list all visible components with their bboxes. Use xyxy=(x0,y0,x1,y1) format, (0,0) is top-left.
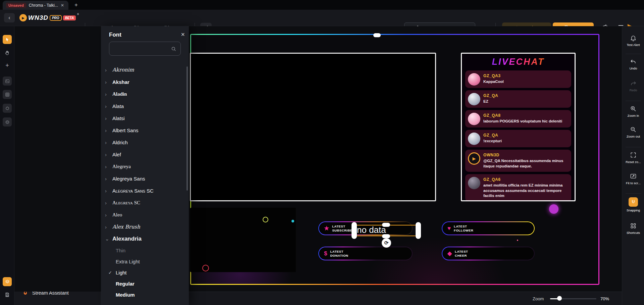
font-list-item[interactable]: › Alex Brush xyxy=(101,221,187,233)
zoom-in-label: Zoom in xyxy=(628,114,639,117)
pill-icon: $ xyxy=(324,250,327,257)
sidebar-divider xyxy=(626,54,641,54)
chevron-icon[interactable]: › xyxy=(105,224,112,230)
font-list-item[interactable]: › Alegreya Sans xyxy=(101,172,187,185)
reset-zoom-button[interactable]: Reset zo... xyxy=(622,152,644,164)
weight-label: Extra Light xyxy=(116,259,140,264)
add-element-button[interactable]: + xyxy=(3,61,12,70)
font-list-item[interactable]: › Alegreya Sans SC xyxy=(101,185,187,197)
pill-icon: ♥ xyxy=(447,225,451,232)
font-list-item[interactable]: › Albert Sans xyxy=(101,124,187,136)
chat-text: amet mollitia officia rem EZ minima mini… xyxy=(483,183,568,199)
asset-thumbnail-4[interactable] xyxy=(3,117,12,126)
chevron-icon[interactable]: › xyxy=(105,115,112,121)
asset-thumbnail-2[interactable] xyxy=(3,90,12,99)
font-list-item[interactable]: › Alatsi xyxy=(101,112,187,124)
test-alert-button[interactable]: Test Alert xyxy=(622,35,644,47)
font-list-item[interactable]: › Alata xyxy=(101,100,187,112)
pill-line2: CHEER xyxy=(455,254,468,257)
pan-tool-button[interactable] xyxy=(3,48,12,57)
font-list-scrollbar[interactable] xyxy=(186,66,188,191)
font-list-item[interactable]: › Aladin xyxy=(101,88,187,100)
font-list-item[interactable]: › Alegreya xyxy=(101,160,187,172)
asset-thumbnail-1[interactable] xyxy=(3,77,12,86)
tab-close-icon[interactable]: ✕ xyxy=(61,3,64,8)
chevron-icon[interactable]: › xyxy=(105,200,112,206)
new-tab-button[interactable]: + xyxy=(72,1,80,9)
font-name: Alex Brush xyxy=(112,224,140,230)
chevron-icon[interactable]: › xyxy=(105,152,112,157)
rotate-handle[interactable]: ⟳ xyxy=(382,238,391,248)
chevron-icon[interactable]: › xyxy=(105,212,112,218)
select-tool-button[interactable] xyxy=(3,35,12,44)
font-weight-item[interactable]: Extra Light xyxy=(101,256,187,267)
chat-avatar xyxy=(468,73,480,86)
canvas-bottom-bar: Zoom 70% xyxy=(189,292,622,305)
chat-text: EZ xyxy=(483,99,568,104)
chat-text: @GZ_QA Necessitatibus assumenda minus it… xyxy=(483,158,568,169)
font-list-item[interactable]: › Akronim xyxy=(101,64,187,76)
chevron-icon[interactable]: › xyxy=(105,188,112,194)
font-list-item[interactable]: › Alegreya SC xyxy=(101,197,187,209)
label-pill[interactable]: ◆ LATEST CHEER xyxy=(442,247,535,260)
app-header: ‹ ▶ WN3D PRO BETA ® Scene: Chroma - Talk… xyxy=(0,10,644,26)
livechat-widget[interactable]: LIVECHAT GZ_QA3 KappaCool GZ_QA EZ GZ_QA… xyxy=(461,53,576,201)
zoom-in-button[interactable]: Zoom in xyxy=(622,105,644,117)
chevron-icon[interactable]: › xyxy=(105,176,112,182)
zoom-out-button[interactable]: Zoom out xyxy=(622,126,644,138)
chevron-icon[interactable]: › xyxy=(105,128,112,133)
font-list-item[interactable]: › Alef xyxy=(101,148,187,160)
shortcuts-label: Shortcuts xyxy=(627,231,640,235)
font-list-item[interactable]: › Aleo xyxy=(101,209,187,221)
label-pill[interactable]: $ LATEST DONATION xyxy=(318,247,413,260)
tab-chroma[interactable]: Unsaved Chroma - Talki... ✕ xyxy=(3,1,68,10)
chat-message: GZ_QA6 amet mollitia officia rem EZ mini… xyxy=(465,174,571,201)
overlay-top-handle[interactable] xyxy=(373,33,381,37)
reset-zoom-label: Reset zo... xyxy=(626,160,641,164)
font-name: Akshar xyxy=(112,79,129,85)
font-weight-item[interactable]: Medium xyxy=(101,289,187,300)
font-list-item[interactable]: ⌄ Alexandria xyxy=(101,233,187,245)
save-layout-button[interactable] xyxy=(3,290,12,299)
asset-thumbnail-3[interactable] xyxy=(3,104,12,113)
chevron-icon[interactable]: › xyxy=(105,67,112,73)
font-search-box[interactable] xyxy=(109,42,181,56)
chevron-icon[interactable]: › xyxy=(105,91,112,97)
font-weight-item[interactable]: Regular xyxy=(101,278,187,289)
talking-scene-frame[interactable] xyxy=(190,53,436,201)
redo-icon xyxy=(630,80,637,87)
selection-handle-top[interactable] xyxy=(382,223,390,227)
pill-line2: DONATION xyxy=(330,254,348,257)
zoom-slider-thumb[interactable] xyxy=(557,296,562,301)
back-button[interactable]: ‹ xyxy=(4,13,15,22)
undo-button[interactable]: Undo xyxy=(622,58,644,70)
camera-frame[interactable] xyxy=(190,208,296,272)
decor-dot-pink xyxy=(517,240,518,241)
font-name: Alegreya Sans SC xyxy=(112,188,154,194)
layers-button[interactable] xyxy=(3,277,12,286)
chevron-icon[interactable]: › xyxy=(105,79,112,85)
chevron-icon[interactable]: › xyxy=(105,140,112,145)
font-weight-item[interactable]: Thin xyxy=(101,245,187,256)
zoom-label: Zoom xyxy=(533,296,544,301)
redo-button[interactable]: Redo xyxy=(622,80,644,92)
chevron-icon[interactable]: › xyxy=(105,103,112,109)
sidebar-divider xyxy=(626,193,641,194)
font-search-input[interactable] xyxy=(109,46,171,51)
pro-badge: PRO xyxy=(50,15,62,21)
weight-label: Thin xyxy=(116,248,125,253)
font-list-item[interactable]: › Aldrich xyxy=(101,136,187,148)
chevron-icon[interactable]: › xyxy=(105,164,112,169)
selection-handle-bottom[interactable] xyxy=(382,234,390,238)
font-panel-close-icon[interactable]: ✕ xyxy=(181,32,185,38)
fit-to-screen-button[interactable]: Fit to scr... xyxy=(622,173,644,185)
label-pill[interactable]: ♥ LATEST FOLLOWER xyxy=(442,221,535,235)
selection-handle-right[interactable] xyxy=(416,222,421,239)
snapping-button[interactable]: Snapping xyxy=(622,197,644,212)
font-weight-item[interactable]: ✓ Light xyxy=(101,267,187,278)
selection-handle-left[interactable] xyxy=(352,222,357,239)
chevron-icon[interactable]: ⌄ xyxy=(105,236,112,242)
selected-label-text[interactable]: no data xyxy=(357,225,386,235)
shortcuts-button[interactable]: Shortcuts xyxy=(622,222,644,235)
font-list-item[interactable]: › Akshar xyxy=(101,76,187,88)
